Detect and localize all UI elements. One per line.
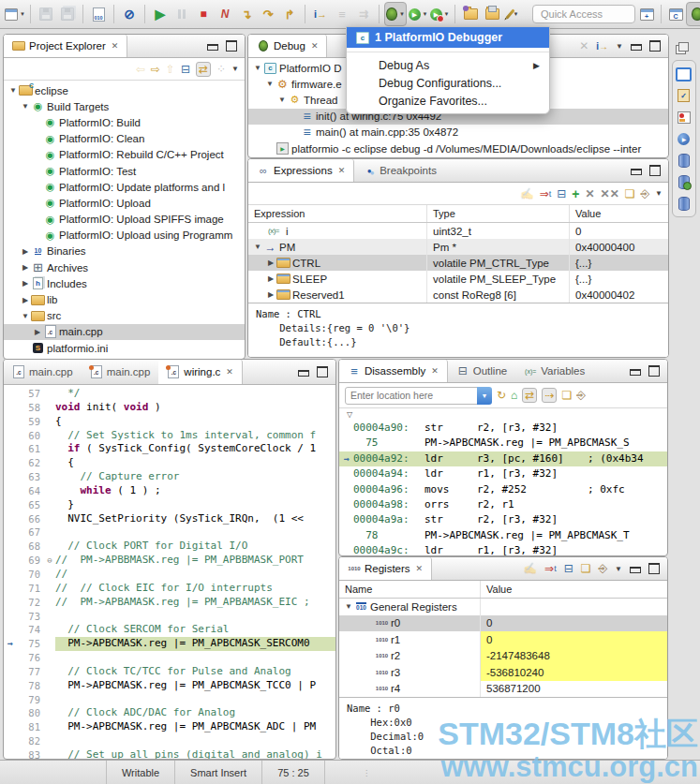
add-expression-button[interactable]: + bbox=[572, 186, 579, 201]
pin-view-button[interactable]: ⎆ bbox=[576, 389, 586, 402]
tab-main-cpp-1[interactable]: main.cpp bbox=[4, 360, 82, 384]
binary-file-button[interactable]: 010 bbox=[88, 3, 109, 25]
code-line[interactable]: 71// // Clock EIC for I/O interrupts bbox=[4, 582, 335, 596]
tab-variables[interactable]: Variables bbox=[515, 360, 593, 382]
code-line[interactable]: 82 bbox=[4, 734, 335, 748]
forward-button[interactable]: ⇨ bbox=[151, 63, 160, 76]
debug-button[interactable]: ▼ bbox=[384, 2, 407, 26]
layout-button[interactable]: ⇒t bbox=[544, 562, 557, 575]
maximize-button[interactable] bbox=[649, 40, 661, 52]
tab-disassembly[interactable]: Disassembly ✕ bbox=[339, 360, 448, 382]
up-button[interactable]: ⇧ bbox=[166, 63, 175, 76]
memory-view-button[interactable] bbox=[675, 153, 693, 168]
skip-all-breakpoints-button[interactable]: ⊘ bbox=[119, 3, 140, 25]
column-value[interactable]: Value bbox=[569, 205, 668, 222]
code-line[interactable]: 59{ bbox=[4, 415, 335, 429]
collapse-handle[interactable]: ▽ bbox=[339, 408, 667, 421]
remove-expression-button[interactable]: ✕ bbox=[586, 187, 595, 200]
maximize-button[interactable] bbox=[317, 366, 328, 377]
code-line[interactable]: 69⊖// PM->APBBMASK.reg |= PM_APBBMASK_PO… bbox=[4, 554, 335, 568]
cpp-perspective-button[interactable]: C bbox=[665, 3, 686, 25]
follow-execution-button[interactable]: ⇢ bbox=[542, 388, 557, 403]
code-line[interactable]: 65 } bbox=[4, 498, 335, 512]
fold-collapse-icon[interactable]: ⊖ bbox=[44, 554, 55, 568]
back-button[interactable]: ⇦ bbox=[136, 63, 145, 76]
close-icon[interactable]: ✕ bbox=[112, 41, 119, 51]
tree-item[interactable]: PlatformIO: Test bbox=[4, 163, 245, 179]
code-line[interactable]: 73 bbox=[4, 610, 335, 624]
tree-item[interactable]: PlatformIO: Update platforms and l bbox=[4, 179, 245, 195]
tab-project-explorer[interactable]: Project Explorer ✕ bbox=[4, 35, 127, 57]
register-row[interactable]: r4536871200 bbox=[339, 681, 667, 698]
tasks-view-button[interactable]: ✓ bbox=[675, 88, 693, 103]
tab-registers[interactable]: Registers ✕ bbox=[339, 557, 432, 580]
memory-browser-view-button[interactable] bbox=[675, 196, 693, 211]
tab-main-cpp-2[interactable]: main.cpp bbox=[82, 360, 159, 384]
expander-closed-icon[interactable]: ▶ bbox=[265, 259, 276, 267]
close-icon[interactable]: ✕ bbox=[416, 564, 424, 573]
tree-item[interactable]: PlatformIO: Rebuild C/C++ Project bbox=[4, 147, 245, 163]
collapse-all-button[interactable]: ⊟ bbox=[181, 63, 190, 76]
tree-item[interactable]: ▶lib bbox=[4, 291, 245, 307]
open-resource-button[interactable] bbox=[460, 3, 481, 25]
code-line[interactable]: 83 // Set up all pins (digital and analo… bbox=[4, 748, 335, 759]
disassembly-listing[interactable]: 00004a90:strr2, [r3, #32] 75PM->APBCMASK… bbox=[339, 421, 667, 555]
code-editor[interactable]: 57 */58void init( void )59{60 // Set Sys… bbox=[4, 385, 335, 759]
disassembly-source-line[interactable]: 78PM->APBCMASK.reg |= PM_APBCMASK_T bbox=[339, 528, 667, 543]
register-row[interactable]: r10 bbox=[339, 631, 667, 648]
disassembly-line[interactable]: 00004a9a:strr2, [r3, #32] bbox=[339, 512, 667, 527]
menu-item-platformio-debugger[interactable]: c 1 PlatformIO Debugger bbox=[347, 27, 549, 48]
pin-view-button[interactable]: ⎆ bbox=[598, 562, 607, 575]
layout-button[interactable]: ⇒t bbox=[540, 187, 552, 200]
tree-item[interactable]: main() at main.cpp:35 0x4872 bbox=[248, 125, 668, 141]
code-line[interactable]: 66 NVIC_SetPriority (SysTick_IRQn, (1 << bbox=[4, 512, 335, 526]
minimize-button[interactable] bbox=[631, 44, 642, 51]
debug-perspective-button[interactable] bbox=[686, 2, 700, 26]
tab-expressions[interactable]: Expressions ✕ bbox=[248, 159, 354, 182]
expander-open-icon[interactable]: ▼ bbox=[20, 102, 31, 111]
code-line[interactable]: 70// bbox=[4, 568, 335, 582]
minimize-button[interactable] bbox=[630, 369, 641, 376]
save-button[interactable] bbox=[36, 3, 56, 25]
expression-row[interactable]: ▶Reserved1const RoReg8 [6]0x40000402 bbox=[248, 287, 668, 303]
expression-row[interactable]: ▼PMPm *0x40000400 bbox=[248, 239, 668, 255]
expander-closed-icon[interactable]: ▶ bbox=[265, 274, 276, 283]
disassembly-line[interactable]: 00004a96:movsr2, #252; 0xfc bbox=[339, 482, 667, 497]
code-line[interactable]: 58void init( void ) bbox=[4, 401, 335, 415]
tree-item[interactable]: ▶main.cpp bbox=[4, 324, 245, 340]
tree-item[interactable]: ▼eclipse bbox=[4, 82, 245, 98]
expander-closed-icon[interactable]: ▶ bbox=[265, 290, 276, 299]
expander-open-icon[interactable]: ▼ bbox=[7, 86, 19, 95]
collapse-all-button[interactable]: ⊟ bbox=[557, 187, 566, 200]
code-line[interactable]: 67 bbox=[4, 525, 335, 540]
minimize-button[interactable] bbox=[630, 567, 641, 573]
tab-breakpoints[interactable]: Breakpoints bbox=[354, 159, 445, 182]
tree-item[interactable]: PlatformIO: Upload bbox=[4, 195, 245, 211]
tree-item[interactable]: ▶Binaries bbox=[4, 244, 245, 259]
disassembly-line[interactable]: 00004a94:ldrr1, [r3, #32] bbox=[339, 466, 667, 481]
tree-item[interactable]: PlatformIO: Clean bbox=[4, 131, 245, 147]
tab-outline[interactable]: Outline bbox=[448, 360, 515, 382]
refresh-button[interactable]: ↻ bbox=[497, 389, 506, 402]
disconnect-button[interactable]: N bbox=[215, 3, 235, 25]
expander-open-icon[interactable]: ▼ bbox=[276, 96, 288, 104]
close-icon[interactable]: ✕ bbox=[338, 166, 346, 175]
code-line[interactable]: 72// PM->APBAMASK.reg |= PM_APBAMASK_EIC… bbox=[4, 596, 335, 610]
close-icon[interactable]: ✕ bbox=[431, 366, 439, 376]
open-task-button[interactable] bbox=[482, 3, 502, 25]
tree-item[interactable]: platformio.ini bbox=[4, 340, 245, 356]
location-dropdown-button[interactable]: ▼ bbox=[477, 387, 492, 405]
code-line[interactable]: 79 bbox=[4, 693, 335, 707]
filters-button[interactable]: ⁘ bbox=[216, 63, 226, 76]
expression-row[interactable]: iuint32_t0 bbox=[248, 223, 668, 239]
register-row[interactable]: r00 bbox=[339, 615, 667, 632]
code-line[interactable]: 57 */ bbox=[4, 387, 335, 401]
view-menu-icon[interactable]: ▼ bbox=[231, 65, 239, 73]
expander-open-icon[interactable]: ▼ bbox=[20, 312, 31, 320]
step-return-button[interactable]: ↱ bbox=[279, 3, 300, 25]
column-name[interactable]: Name bbox=[339, 581, 480, 598]
column-value[interactable]: Value bbox=[480, 581, 667, 598]
maximize-button[interactable] bbox=[648, 563, 660, 574]
view-menu-icon[interactable]: ▼ bbox=[655, 189, 663, 198]
home-button[interactable]: ⌂ bbox=[511, 389, 517, 402]
